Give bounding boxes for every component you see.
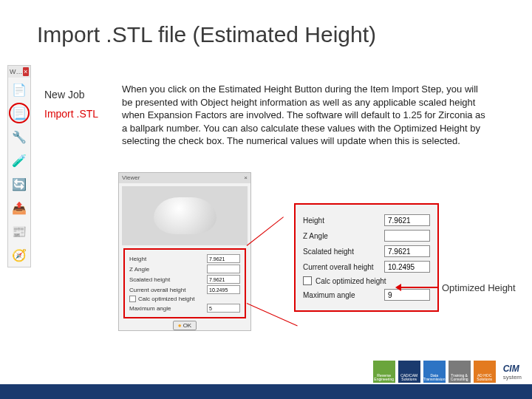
height-input[interactable]	[384, 214, 430, 226]
step-new-job: New Job	[44, 89, 98, 100]
viewer-title-text: Viewer	[122, 173, 140, 183]
ok-button[interactable]: OK	[173, 321, 197, 330]
scaled-label: Scalated height	[303, 248, 354, 256]
zoom-fields-panel: Height Z Angle Scalated height Current o…	[294, 203, 439, 312]
zoom-connector-line	[247, 303, 298, 326]
body-paragraph: When you click on the Estimated Height B…	[122, 83, 491, 148]
step-import-stl: Import .STL	[44, 108, 98, 120]
max-angle-label: Maximum angle	[303, 291, 355, 299]
scaled-label-small: Scalated height	[129, 276, 170, 283]
footer-logo-item: CAD/CAM Solutions	[398, 361, 420, 383]
calc-optimized-checkbox[interactable]	[303, 276, 312, 285]
toolbar-close-icon[interactable]: ×	[23, 67, 30, 76]
viewer-close-icon[interactable]: ×	[244, 173, 248, 183]
zangle-input[interactable]	[384, 230, 430, 242]
page-title: Import .STL file (Estimated Height)	[37, 22, 376, 47]
brand-name: CIM	[503, 364, 519, 374]
orient-icon[interactable]: 🔄	[9, 174, 30, 194]
max-label-small: Maximum angle	[129, 305, 171, 312]
measure-icon[interactable]: 🧪	[9, 150, 30, 171]
zangle-input-small[interactable]	[207, 265, 240, 273]
overall-label-small: Current overall height	[129, 287, 185, 293]
export-icon[interactable]: 📤	[9, 197, 30, 218]
overall-input-small[interactable]	[207, 285, 240, 294]
step-labels: New Job Import .STL	[44, 89, 98, 120]
calc-optimized-label: Calc optimized height	[316, 277, 386, 285]
zoom-connector-line	[247, 216, 284, 246]
heal-mesh-icon[interactable]: 🔧	[9, 126, 30, 147]
height-label: Height	[303, 216, 324, 225]
brand-sub: system	[503, 374, 522, 381]
viewer-dialog: Viewer × Height Z Angle Scalated height …	[118, 172, 251, 331]
max-angle-input[interactable]	[384, 289, 430, 301]
height-input-small[interactable]	[207, 254, 240, 263]
new-job-icon[interactable]: 📄	[9, 79, 30, 100]
opt-label-small: Calc optimized height	[138, 296, 194, 302]
toolbar-header-label: W…	[10, 68, 23, 75]
scaled-input-small[interactable]	[207, 275, 240, 284]
footer-bar	[0, 384, 532, 399]
tooth-model-icon	[154, 197, 216, 234]
callout-arrow-icon	[400, 287, 437, 288]
zangle-label: Z Angle	[303, 232, 328, 240]
brand-logo: CIM system	[503, 364, 522, 381]
height-label-small: Height	[129, 256, 146, 262]
footer-logo-item: Data Transmission	[423, 361, 446, 383]
toolbar-header: W… ×	[8, 66, 30, 78]
footer-logos: Reverse Engineering CAD/CAM Solutions Da…	[373, 361, 522, 383]
simulate-icon[interactable]: 🧭	[9, 245, 30, 265]
opt-checkbox-small[interactable]	[129, 296, 136, 302]
optimized-height-callout: Optimized Height	[442, 282, 516, 293]
viewer-fields-panel: Height Z Angle Scalated height Current o…	[123, 248, 246, 318]
report-icon[interactable]: 📰	[9, 221, 30, 242]
footer-logo-item: Reverse Engineering	[373, 361, 395, 383]
overall-input[interactable]	[384, 261, 430, 273]
overall-label: Current overall height	[303, 263, 374, 271]
max-input-small[interactable]	[207, 304, 240, 313]
footer-logo-item: AD HOC Solutions	[474, 361, 496, 383]
footer-logo-item: Training & Consulting	[449, 361, 471, 383]
import-stl-icon[interactable]: 📃	[9, 103, 30, 123]
left-toolbar: W… × 📄📃🔧🧪🔄📤📰🧭	[7, 65, 31, 267]
viewer-canvas	[122, 186, 248, 245]
viewer-titlebar: Viewer ×	[119, 173, 250, 183]
scaled-input[interactable]	[384, 245, 430, 257]
zangle-label-small: Z Angle	[129, 266, 149, 273]
